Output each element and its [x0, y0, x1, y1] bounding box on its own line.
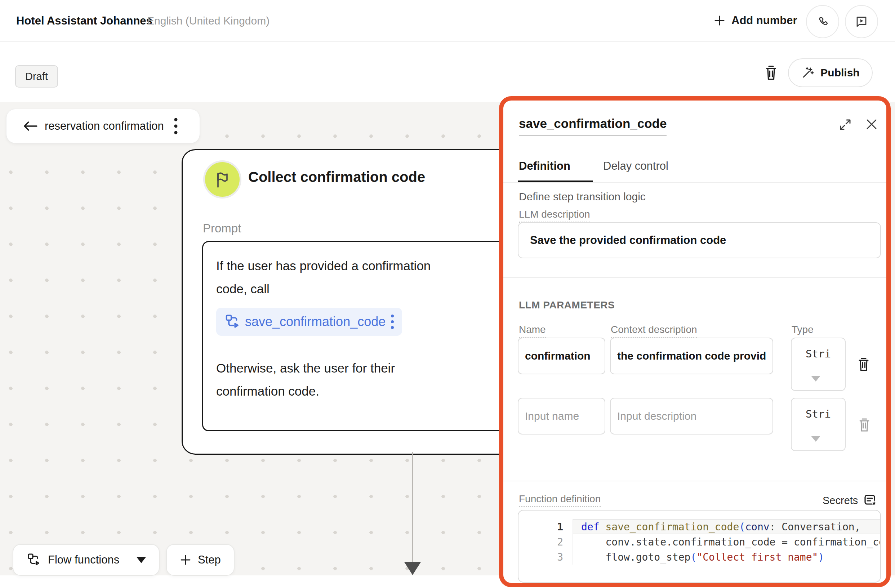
back-arrow-icon[interactable] [22, 120, 38, 132]
delete-param-button[interactable] [857, 357, 870, 372]
function-definition-label: Function definition [519, 493, 601, 507]
app-root: Hotel Assistant Johannes English (United… [0, 0, 895, 588]
flow-functions-label: Flow functions [48, 553, 119, 566]
param-type-select[interactable]: Stri [791, 338, 846, 391]
divider [504, 182, 886, 183]
param-name-input[interactable] [518, 338, 605, 374]
tab-definition[interactable]: Definition [519, 160, 570, 173]
step-node-collect-confirmation-code[interactable]: Collect confirmation code Prompt If the … [182, 149, 548, 455]
column-header-context-description: Context description [611, 324, 697, 338]
llm-parameters-section-label: LLM PARAMETERS [519, 299, 615, 311]
delete-flow-button[interactable] [763, 64, 779, 82]
flow-functions-button[interactable]: Flow functions [13, 544, 159, 576]
code-line[interactable]: 3 flow.goto_step("Collect first name") [519, 549, 880, 565]
call-agent-button[interactable] [806, 5, 839, 38]
divider [504, 277, 886, 278]
header-bar: Hotel Assistant Johannes English (United… [0, 0, 895, 42]
step-node-title: Collect confirmation code [248, 169, 425, 185]
line-number: 3 [519, 551, 572, 563]
flag-icon [214, 170, 231, 188]
secrets-button[interactable]: Secrets [822, 493, 878, 508]
chat-demo-button[interactable] [845, 5, 878, 38]
prompt-text-line: code, call [216, 277, 526, 300]
add-number-label: Add number [731, 14, 797, 27]
code-lines: 1def save_confirmation_code(conv: Conver… [519, 519, 880, 565]
breadcrumb[interactable]: reservation confirmation [6, 109, 200, 143]
publish-button[interactable]: Publish [788, 58, 873, 87]
prompt-text-line: Otherwise, ask the user for their [216, 357, 526, 380]
delete-param-button[interactable] [858, 418, 871, 433]
chevron-down-icon [811, 436, 821, 442]
function-chip-save-confirmation-code[interactable]: save_confirmation_code [216, 308, 402, 336]
panel-subtitle: Define step transition logic [519, 191, 646, 203]
code-editor[interactable]: 1def save_confirmation_code(conv: Conver… [518, 510, 881, 583]
param-context-input[interactable] [610, 338, 773, 374]
column-header-type: Type [792, 324, 813, 335]
param-type-select[interactable]: Stri [791, 398, 846, 451]
prompt-label: Prompt [203, 221, 241, 235]
param-type-value: Stri [792, 348, 845, 360]
line-number: 2 [519, 536, 572, 548]
param-name-input[interactable] [518, 398, 605, 435]
edge-arrowhead-icon [404, 562, 421, 575]
divider [504, 480, 886, 481]
agent-title: Hotel Assistant Johannes [16, 14, 152, 27]
function-detail-panel: save_confirmation_code Definition Delay … [499, 96, 891, 587]
tab-delay-control[interactable]: Delay control [603, 160, 668, 173]
breadcrumb-label: reservation confirmation [45, 120, 171, 133]
prompt-text-line: confirmation code. [216, 380, 526, 403]
edge-connector-line [412, 452, 413, 564]
close-panel-icon[interactable] [864, 117, 880, 132]
line-number: 1 [519, 521, 572, 533]
add-step-button[interactable]: Step [166, 544, 235, 576]
add-step-label: Step [198, 553, 221, 566]
agent-language: English (United Kingdom) [147, 15, 270, 27]
function-chip-label: save_confirmation_code [245, 314, 385, 329]
secrets-label: Secrets [822, 495, 858, 506]
publish-label: Publish [821, 67, 859, 79]
flow-function-icon [224, 314, 240, 330]
chevron-down-icon [137, 557, 146, 563]
kebab-menu-icon[interactable] [174, 117, 178, 135]
llm-description-input[interactable] [518, 222, 881, 258]
status-badge: Draft [15, 65, 58, 88]
add-number-button[interactable]: Add number [713, 0, 797, 41]
step-flag-badge [203, 160, 241, 199]
column-header-name: Name [519, 324, 546, 338]
prompt-text-line: If the user has provided a confirmation [216, 255, 526, 277]
chat-play-icon [855, 15, 868, 29]
code-text: conv.state.confirmation_code = confirmat… [572, 534, 880, 549]
plus-icon [180, 554, 191, 566]
chevron-down-icon [811, 376, 821, 382]
param-type-value: Stri [792, 408, 845, 420]
chip-kebab-icon[interactable] [391, 314, 394, 330]
llm-description-label: LLM description [519, 209, 590, 223]
function-name-field[interactable]: save_confirmation_code [519, 117, 667, 136]
plus-icon [713, 14, 726, 27]
flow-function-icon [26, 553, 41, 567]
code-line[interactable]: 1def save_confirmation_code(conv: Conver… [519, 519, 880, 534]
code-text: flow.goto_step("Collect first name") [572, 549, 880, 565]
expand-panel-icon[interactable] [838, 117, 853, 132]
prompt-editor[interactable]: If the user has provided a confirmation … [202, 241, 527, 431]
magic-wand-icon [801, 66, 815, 80]
phone-icon [816, 15, 829, 28]
secrets-list-star-icon [864, 493, 878, 508]
code-line[interactable]: 2 conv.state.confirmation_code = confirm… [519, 534, 880, 549]
code-text: def save_confirmation_code(conv: Convers… [572, 519, 880, 534]
param-context-input[interactable] [610, 398, 773, 435]
